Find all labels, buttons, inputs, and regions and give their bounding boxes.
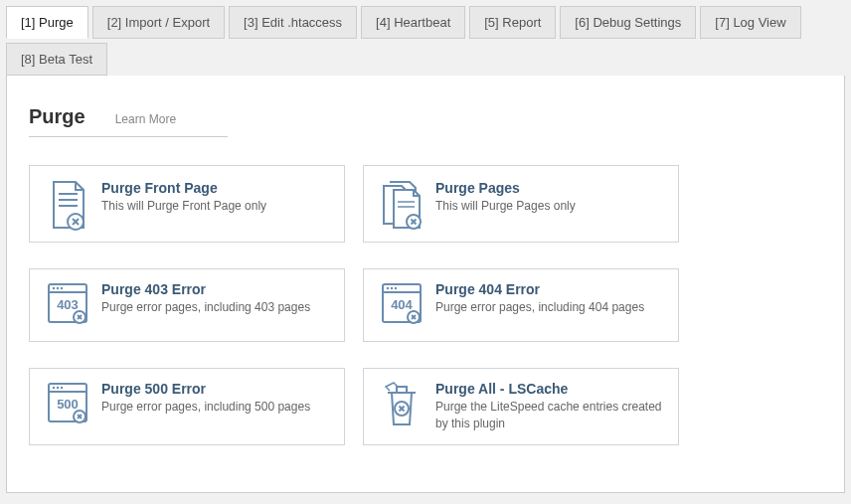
card-desc: This will Purge Pages only [435, 198, 576, 215]
page-header: Purge Learn More [29, 105, 228, 137]
card-desc: Purge error pages, including 404 pages [435, 299, 644, 316]
tab-purge[interactable]: [1] Purge [6, 6, 88, 39]
trash-x-icon [380, 381, 422, 428]
svg-point-23 [391, 287, 393, 289]
tab-debug-settings[interactable]: [6] Debug Settings [560, 6, 696, 39]
card-purge-404[interactable]: 404 Purge 404 Error Purge error pages, i… [363, 268, 679, 342]
card-purge-front-page[interactable]: Purge Front Page This will Purge Front P… [29, 165, 345, 243]
svg-point-14 [57, 287, 59, 289]
card-title: Purge 500 Error [101, 381, 310, 397]
document-x-icon [46, 180, 87, 228]
tab-import-export[interactable]: [2] Import / Export [92, 6, 225, 39]
error-404-icon: 404 [380, 281, 422, 329]
page-title: Purge [29, 105, 85, 128]
card-desc: Purge error pages, including 500 pages [101, 399, 310, 416]
cards-grid: Purge Front Page This will Purge Front P… [29, 165, 822, 445]
svg-text:403: 403 [57, 297, 79, 312]
card-title: Purge Front Page [101, 180, 266, 196]
card-purge-500[interactable]: 500 Purge 500 Error Purge error pages, i… [29, 368, 345, 445]
documents-x-icon [380, 180, 422, 228]
svg-point-22 [387, 287, 389, 289]
svg-point-33 [61, 387, 63, 389]
error-403-icon: 403 [46, 281, 87, 329]
svg-rect-39 [397, 387, 407, 393]
card-desc: Purge the LiteSpeed cache entries create… [435, 399, 662, 432]
svg-point-15 [61, 287, 63, 289]
svg-point-32 [57, 387, 59, 389]
svg-point-24 [395, 287, 397, 289]
svg-point-13 [53, 287, 55, 289]
tab-edit-htaccess[interactable]: [3] Edit .htaccess [229, 6, 357, 39]
tabs-nav: [1] Purge [2] Import / Export [3] Edit .… [0, 0, 851, 76]
tab-heartbeat[interactable]: [4] Heartbeat [361, 6, 465, 39]
card-title: Purge All - LSCache [435, 381, 662, 397]
svg-text:500: 500 [57, 397, 79, 412]
svg-text:404: 404 [391, 297, 413, 312]
card-purge-pages[interactable]: Purge Pages This will Purge Pages only [363, 165, 679, 243]
tab-report[interactable]: [5] Report [469, 6, 556, 39]
svg-point-31 [53, 387, 55, 389]
tab-beta-test[interactable]: [8] Beta Test [6, 43, 107, 76]
card-title: Purge Pages [435, 180, 576, 196]
card-title: Purge 403 Error [101, 281, 310, 297]
card-title: Purge 404 Error [435, 281, 644, 297]
card-purge-all-lscache[interactable]: Purge All - LSCache Purge the LiteSpeed … [363, 368, 679, 445]
tab-log-view[interactable]: [7] Log View [700, 6, 800, 39]
content-panel: Purge Learn More Purge Front Page This w [6, 76, 845, 493]
error-500-icon: 500 [46, 381, 87, 428]
learn-more-link[interactable]: Learn More [115, 112, 176, 126]
card-desc: Purge error pages, including 403 pages [101, 299, 310, 316]
card-purge-403[interactable]: 403 Purge 403 Error Purge error pages, i… [29, 268, 345, 342]
card-desc: This will Purge Front Page only [101, 198, 266, 215]
